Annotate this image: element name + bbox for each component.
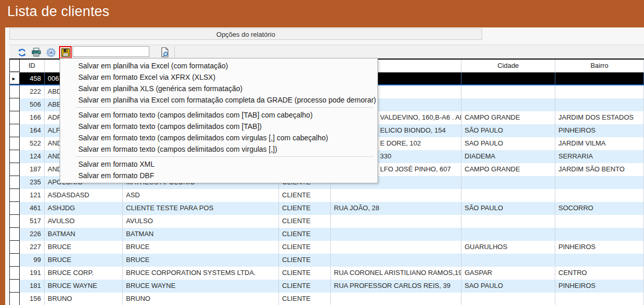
cell-bairro[interactable]: PINHEIROS xyxy=(555,280,644,293)
cell-cidade[interactable] xyxy=(461,189,555,202)
cell-cidade[interactable] xyxy=(461,228,555,241)
cell-id[interactable]: 181 xyxy=(20,280,45,293)
cell-bairro[interactable] xyxy=(555,85,644,98)
cell-tipo[interactable]: CLIENTE xyxy=(279,280,331,293)
table-row[interactable]: 156BRUNOBRUNOCLIENTE xyxy=(9,293,644,305)
search-input[interactable] xyxy=(73,46,149,57)
row-indicator[interactable] xyxy=(9,293,20,305)
cell-id[interactable]: 124 xyxy=(20,150,45,163)
cell-nome[interactable]: BRUNO xyxy=(45,293,123,305)
row-indicator[interactable] xyxy=(9,254,20,267)
cell-endereco[interactable] xyxy=(331,241,461,254)
cell-cidade[interactable]: SÃO PAULO xyxy=(461,124,555,137)
cell-id[interactable]: 506 xyxy=(20,98,45,111)
cell-bairro[interactable] xyxy=(555,228,644,241)
row-indicator[interactable] xyxy=(9,98,20,111)
cell-endereco[interactable] xyxy=(331,215,461,228)
cell-endereco[interactable] xyxy=(331,228,461,241)
cell-bairro[interactable] xyxy=(555,215,644,228)
cell-bairro[interactable] xyxy=(555,176,644,189)
cell-id[interactable]: 517 xyxy=(20,215,45,228)
cell-id[interactable]: 99 xyxy=(20,254,45,267)
cell-bairro[interactable] xyxy=(555,189,644,202)
print-button[interactable] xyxy=(30,46,43,59)
cell-razao[interactable]: BATMAN xyxy=(123,228,279,241)
cell-cidade[interactable] xyxy=(461,72,555,84)
cell-cidade[interactable]: SAO PAULO xyxy=(461,137,555,150)
cell-cidade[interactable] xyxy=(461,254,555,267)
table-row[interactable]: 121ASDASDASDASDCLIENTE xyxy=(9,189,644,202)
row-indicator[interactable] xyxy=(9,241,20,254)
cell-cidade[interactable]: SAO PAULO xyxy=(461,280,555,293)
cell-cidade[interactable]: CAMPO GRANDE xyxy=(461,163,555,176)
row-indicator[interactable] xyxy=(9,150,20,163)
cell-nome[interactable]: AVULSO xyxy=(45,215,123,228)
menu-item[interactable]: Salvar em formato texto (campos delimita… xyxy=(60,121,377,132)
ia-badge-button[interactable]: IA xyxy=(45,46,57,59)
cell-endereco[interactable]: RUA JOÃO, 28 xyxy=(331,202,461,215)
cell-bairro[interactable] xyxy=(555,254,644,267)
cell-bairro[interactable] xyxy=(555,98,644,111)
cell-tipo[interactable]: CLIENTE xyxy=(279,241,331,254)
cell-tipo[interactable]: CLIENTE xyxy=(279,254,331,267)
cell-razao[interactable]: AVULSO xyxy=(123,215,279,228)
cell-cidade[interactable]: SÃO PAULO xyxy=(461,202,555,215)
cell-nome[interactable]: BATMAN xyxy=(45,228,123,241)
cell-bairro[interactable] xyxy=(555,293,644,305)
cell-razao[interactable]: BRUCE xyxy=(123,254,279,267)
row-indicator[interactable]: ► xyxy=(9,72,20,84)
cell-endereco[interactable] xyxy=(331,254,461,267)
cell-cidade[interactable]: CAMPO GRANDE xyxy=(461,111,555,124)
cell-cidade[interactable] xyxy=(461,293,555,305)
column-header-cidade[interactable]: Cidade xyxy=(461,60,555,72)
cell-cidade[interactable] xyxy=(461,98,555,111)
cell-bairro[interactable]: JARDIM SÃO BENTO xyxy=(555,163,644,176)
table-row[interactable]: 461ASHJDGCLIENTE TESTE PARA POSCLIENTERU… xyxy=(9,202,644,215)
cell-id[interactable]: 222 xyxy=(20,85,45,98)
cell-razao[interactable]: CLIENTE TESTE PARA POS xyxy=(123,202,279,215)
cell-bairro[interactable]: PINHEIROS xyxy=(555,241,644,254)
cell-endereco[interactable]: RUA PROFESSOR CARLOS REIS, 39 xyxy=(331,280,461,293)
cell-endereco[interactable] xyxy=(331,293,461,305)
cell-bairro[interactable]: PINHEIROS xyxy=(555,124,644,137)
cell-nome[interactable]: BRUCE xyxy=(45,254,123,267)
row-indicator[interactable] xyxy=(9,85,20,98)
cell-bairro[interactable]: JARDIM DOS ESTADOS xyxy=(555,111,644,124)
cell-id[interactable]: 235 xyxy=(20,176,45,189)
row-indicator[interactable] xyxy=(9,267,20,280)
menu-item[interactable]: Salvar em formato DBF xyxy=(60,170,377,181)
row-indicator[interactable] xyxy=(9,215,20,228)
table-row[interactable]: 517AVULSOAVULSOCLIENTE xyxy=(9,215,644,228)
menu-item[interactable]: Salvar em formato texto (campos delimita… xyxy=(60,143,377,155)
cell-cidade[interactable]: DIADEMA xyxy=(461,150,555,163)
cell-razao[interactable]: BRUCE xyxy=(123,241,279,254)
column-header-id[interactable]: ID xyxy=(20,60,45,72)
row-indicator[interactable] xyxy=(9,163,20,176)
cell-tipo[interactable]: CLIENTE xyxy=(279,228,331,241)
menu-item[interactable]: Salvar em formato texto (campos delimita… xyxy=(60,109,377,121)
menu-item[interactable]: Salvar em formato Excel via XFRX (XLSX) xyxy=(60,71,377,83)
row-indicator[interactable] xyxy=(9,280,20,293)
cell-id[interactable]: 226 xyxy=(20,228,45,241)
cell-bairro[interactable]: JARDIM VILMA xyxy=(555,137,644,150)
cell-id[interactable]: 166 xyxy=(20,111,45,124)
cell-nome[interactable]: ASDASDASD xyxy=(45,189,123,202)
cell-cidade[interactable]: GASPAR xyxy=(461,267,555,280)
menu-item[interactable]: Salvar em planilha XLS (genérica sem for… xyxy=(60,83,377,94)
cell-endereco[interactable]: RUA CORONEL ARISTILIANO RAMOS,190- xyxy=(331,267,461,280)
row-indicator[interactable] xyxy=(9,228,20,241)
cell-tipo[interactable]: CLIENTE xyxy=(279,202,331,215)
cell-razao[interactable]: ASD xyxy=(123,189,279,202)
menu-item[interactable]: Salvar em planilha via Excel (com format… xyxy=(60,60,377,71)
table-row[interactable]: 181BRUCE WAYNEBRUCE WAYNECLIENTERUA PROF… xyxy=(9,280,644,293)
cell-tipo[interactable]: CLIENTE xyxy=(279,215,331,228)
cell-razao[interactable]: BRUNO xyxy=(123,293,279,305)
cell-id[interactable]: 164 xyxy=(20,124,45,137)
cell-id[interactable]: 121 xyxy=(20,189,45,202)
cell-id[interactable]: 458 xyxy=(20,72,45,84)
row-indicator[interactable] xyxy=(9,202,20,215)
cell-id[interactable]: 227 xyxy=(20,241,45,254)
cell-nome[interactable]: BRUCE CORP. xyxy=(45,267,123,280)
cell-razao[interactable]: BRUCE WAYNE xyxy=(123,280,279,293)
table-row[interactable]: 191BRUCE CORP.BRUCE CORPORATION SYSTEMS … xyxy=(9,267,644,280)
